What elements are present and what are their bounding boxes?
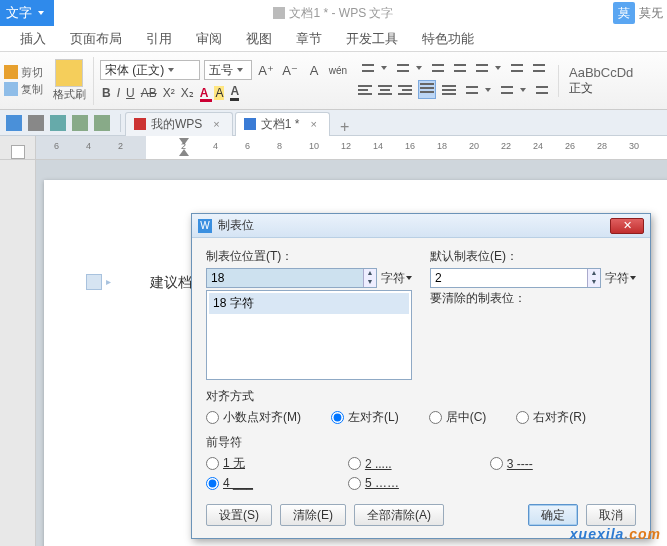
- horizontal-ruler[interactable]: 6 4 2 2 4 6 8 10 12 14 16 18 20 22 24 26…: [36, 136, 667, 159]
- show-marks-button[interactable]: [529, 62, 545, 74]
- superscript-button[interactable]: X²: [163, 86, 175, 100]
- window-title-text: 文档1 * - WPS 文字: [289, 5, 393, 22]
- align-left-radio[interactable]: 左对齐(L): [331, 409, 399, 426]
- font-name-combo[interactable]: 宋体 (正文): [100, 60, 200, 80]
- user-name[interactable]: 莫旡: [639, 5, 667, 22]
- align-justify-button[interactable]: [418, 80, 436, 99]
- leader-1-radio[interactable]: 1 无: [206, 455, 348, 472]
- phonetic-guide-button[interactable]: wén: [328, 60, 348, 80]
- dialog-titlebar[interactable]: W 制表位 ✕: [192, 214, 650, 238]
- borders-button[interactable]: [497, 84, 513, 96]
- menu-features[interactable]: 特色功能: [422, 30, 474, 48]
- align-center-button[interactable]: [378, 84, 392, 96]
- cancel-button[interactable]: 取消: [586, 504, 636, 526]
- numbering-button[interactable]: [393, 62, 409, 74]
- tabs-button[interactable]: [532, 84, 548, 96]
- vertical-ruler[interactable]: [0, 160, 36, 546]
- format-painter-button[interactable]: 格式刷: [51, 59, 87, 102]
- tab-position-label: 制表位位置(T)：: [206, 248, 412, 265]
- tab-mywps[interactable]: 我的WPS ×: [125, 112, 233, 136]
- new-tab-button[interactable]: +: [332, 118, 357, 136]
- document-tabs: 我的WPS × 文档1 * × +: [125, 110, 357, 136]
- spinner-buttons[interactable]: ▲▼: [363, 269, 376, 287]
- align-right-radio[interactable]: 右对齐(R): [516, 409, 586, 426]
- italic-button[interactable]: I: [117, 86, 120, 100]
- shading-button[interactable]: [462, 84, 478, 96]
- clear-button[interactable]: 清除(E): [280, 504, 346, 526]
- menu-view[interactable]: 视图: [246, 30, 272, 48]
- menu-review[interactable]: 审阅: [196, 30, 222, 48]
- leader-4-radio[interactable]: 4 ___: [206, 476, 348, 490]
- chevron-down-icon: [38, 11, 44, 15]
- indent-dec-button[interactable]: [428, 62, 444, 74]
- default-tab-unit[interactable]: 字符: [605, 270, 636, 287]
- strike-button[interactable]: AB: [141, 86, 157, 100]
- tab-position-list[interactable]: 18 字符: [206, 290, 412, 380]
- sort-button[interactable]: [507, 62, 523, 74]
- clipboard-group: 剪切 复制: [4, 65, 49, 97]
- app-brand-tab[interactable]: 文字: [0, 0, 54, 26]
- ribbon: 剪切 复制 格式刷 宋体 (正文) 五号 A⁺ A⁻ A wén B I U A…: [0, 52, 667, 110]
- menu-references[interactable]: 引用: [146, 30, 172, 48]
- tab-position-input[interactable]: ▲▼: [206, 268, 377, 288]
- font-size-combo[interactable]: 五号: [204, 60, 252, 80]
- close-icon[interactable]: ×: [213, 118, 219, 130]
- subscript-button[interactable]: X₂: [181, 86, 194, 100]
- redo-button[interactable]: [94, 115, 110, 131]
- bold-button[interactable]: B: [102, 86, 111, 100]
- align-left-button[interactable]: [358, 84, 372, 96]
- save-button[interactable]: [6, 115, 22, 131]
- wps-icon: [134, 118, 146, 130]
- spinner-buttons[interactable]: ▲▼: [587, 269, 600, 287]
- user-avatar[interactable]: 莫: [613, 2, 635, 24]
- scissors-icon: [4, 65, 18, 79]
- font-color-button[interactable]: A: [200, 86, 209, 100]
- tab-doc1[interactable]: 文档1 * ×: [235, 112, 330, 136]
- print-button[interactable]: [28, 115, 44, 131]
- style-normal[interactable]: AaBbCcDd 正文: [569, 65, 633, 97]
- outline-toggle-icon[interactable]: [86, 274, 102, 290]
- set-button[interactable]: 设置(S): [206, 504, 272, 526]
- clear-all-button[interactable]: 全部清除(A): [354, 504, 444, 526]
- separator: [120, 114, 121, 132]
- leader-2-radio[interactable]: 2 .....: [348, 455, 490, 472]
- menu-section[interactable]: 章节: [296, 30, 322, 48]
- chevron-down-icon: [237, 68, 243, 72]
- underline-button[interactable]: U: [126, 86, 135, 100]
- ruler-corner: [0, 136, 36, 159]
- shrink-font-button[interactable]: A⁻: [280, 60, 300, 80]
- align-distribute-button[interactable]: [442, 84, 456, 96]
- default-tab-input[interactable]: ▲▼: [430, 268, 601, 288]
- leader-5-radio[interactable]: 5 ……: [348, 476, 490, 490]
- grow-font-button[interactable]: A⁺: [256, 60, 276, 80]
- close-button[interactable]: ✕: [610, 218, 644, 234]
- dialog-title: 制表位: [218, 217, 254, 234]
- leader-3-radio[interactable]: 3 ----: [490, 455, 632, 472]
- align-decimal-radio[interactable]: 小数点对齐(M): [206, 409, 301, 426]
- tab-selector[interactable]: [11, 145, 25, 159]
- ok-button[interactable]: 确定: [528, 504, 578, 526]
- cut-button[interactable]: 剪切: [4, 65, 43, 80]
- list-item[interactable]: 18 字符: [209, 293, 409, 314]
- close-icon[interactable]: ×: [310, 118, 316, 130]
- menu-devtools[interactable]: 开发工具: [346, 30, 398, 48]
- quick-access-row: 我的WPS × 文档1 * × +: [0, 110, 667, 136]
- char-border-button[interactable]: A: [230, 84, 239, 101]
- bullets-button[interactable]: [358, 62, 374, 74]
- tab-position-unit[interactable]: 字符: [381, 270, 412, 287]
- clear-format-button[interactable]: A: [304, 60, 324, 80]
- titlebar: 文字 文档1 * - WPS 文字 莫 莫旡: [0, 0, 667, 26]
- line-spacing-button[interactable]: [472, 62, 488, 74]
- menu-insert[interactable]: 插入: [20, 30, 46, 48]
- font-group: 宋体 (正文) 五号 A⁺ A⁻ A wén B I U AB X² X₂ A …: [100, 60, 348, 101]
- copy-button[interactable]: 复制: [4, 82, 43, 97]
- body-text: 建议档: [150, 274, 192, 292]
- highlight-button[interactable]: A: [214, 86, 224, 100]
- undo-button[interactable]: [72, 115, 88, 131]
- align-right-button[interactable]: [398, 84, 412, 96]
- alignment-radios: 小数点对齐(M) 左对齐(L) 居中(C) 右对齐(R): [206, 409, 636, 426]
- print-preview-button[interactable]: [50, 115, 66, 131]
- align-center-radio[interactable]: 居中(C): [429, 409, 487, 426]
- menu-page-layout[interactable]: 页面布局: [70, 30, 122, 48]
- indent-inc-button[interactable]: [450, 62, 466, 74]
